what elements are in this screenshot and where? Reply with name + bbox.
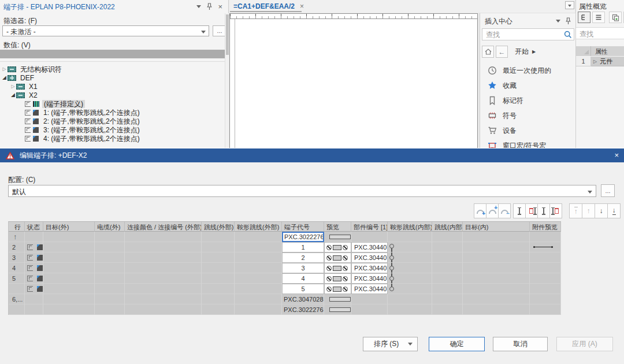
copy-button[interactable] xyxy=(609,12,622,23)
search-input[interactable]: 查找 xyxy=(576,27,624,39)
table-row[interactable]: 32PXC.3044076 xyxy=(9,252,561,263)
panel-menu-caret-icon[interactable] xyxy=(556,20,560,25)
search-input[interactable] xyxy=(482,28,574,40)
terminal-code-cell[interactable]: 5 xyxy=(282,284,324,294)
tree-item[interactable]: ▷X1 xyxy=(0,82,223,91)
property-column-header[interactable]: 属性 xyxy=(591,46,624,56)
ok-button[interactable]: 确定 xyxy=(429,337,485,351)
schematic-canvas[interactable] xyxy=(229,13,478,148)
table-row[interactable]: 6,...PXC.3047028 xyxy=(9,294,561,304)
back-button[interactable]: ← xyxy=(496,46,508,58)
part-number-cell[interactable]: PXC.3044076 xyxy=(351,242,388,252)
insert-center-item[interactable]: 收藏 xyxy=(480,78,575,93)
tree-expanded-icon[interactable]: ◢ xyxy=(10,91,16,99)
table-row[interactable]: 43PXC.3044076 xyxy=(9,263,561,273)
cancel-button[interactable]: 取消 xyxy=(493,337,548,351)
value-input[interactable] xyxy=(0,50,225,58)
part-number-cell[interactable]: PXC.3044076 xyxy=(351,273,388,284)
column-header[interactable]: 电缆(外) xyxy=(95,222,125,232)
home-button[interactable] xyxy=(482,46,494,58)
column-header[interactable]: 鞍形跳线(外部) xyxy=(235,222,282,232)
column-header[interactable]: 连接颜色 / 连接编号 (外部) xyxy=(125,222,202,232)
insert-jumper-after-button[interactable] xyxy=(537,203,550,218)
scrollbar-thumb[interactable] xyxy=(226,14,229,55)
tab-close-icon[interactable]: × xyxy=(300,2,304,10)
vertical-scrollbar[interactable] xyxy=(225,13,229,148)
part-number-cell[interactable]: PXC.3044076 xyxy=(351,284,388,294)
table-row[interactable]: ↑PXC.3022276 xyxy=(9,232,561,242)
column-header[interactable]: 附件预览 xyxy=(530,222,561,232)
terminal-code-cell[interactable]: 4 xyxy=(282,273,324,284)
move-up-button[interactable]: ↑ xyxy=(582,203,595,218)
table-corner-cell[interactable] xyxy=(576,46,591,56)
apply-button[interactable]: 应用 (A) xyxy=(556,337,613,351)
column-header[interactable]: 目标(外) xyxy=(43,222,95,232)
terminal-code-cell[interactable]: 2 xyxy=(282,252,324,263)
insert-center-item[interactable]: 符号 xyxy=(480,108,575,123)
tree-expanded-icon[interactable]: ◢ xyxy=(1,73,8,82)
sort-button[interactable]: 排序 (S) xyxy=(363,337,418,351)
filter-dropdown[interactable]: - 未激活 - xyxy=(2,25,209,36)
table-row[interactable]: 5PXC.3044076 xyxy=(9,284,561,294)
column-header[interactable]: 部件编号 [1] xyxy=(351,222,388,232)
move-to-bottom-button[interactable]: ↓ xyxy=(607,203,621,218)
part-number-cell[interactable] xyxy=(351,294,388,304)
pin-icon[interactable] xyxy=(566,17,571,25)
expander-icon[interactable]: ▷ xyxy=(593,59,597,64)
tree-item[interactable]: 1: (端子,带鞍形跳线,2个连接点) xyxy=(0,108,223,117)
property-row[interactable]: 1 ▷ 元件 xyxy=(576,57,624,66)
insert-center-item[interactable]: 最近一次使用的 xyxy=(480,63,575,78)
insert-center-item[interactable]: 标记符 xyxy=(480,93,575,108)
move-to-top-button[interactable]: ↑ xyxy=(569,203,582,218)
terminal-code-cell[interactable]: PXC.3022276 xyxy=(282,304,324,315)
property-cell[interactable]: ▷ 元件 xyxy=(591,57,624,66)
tab-list-button[interactable] xyxy=(565,1,574,9)
tab-schematic-page[interactable]: =CA1+DEF&EAA/2 × xyxy=(231,1,307,11)
tree-item[interactable]: ▷无结构标识符 xyxy=(0,65,223,73)
dialog-close-icon[interactable]: × xyxy=(614,151,619,159)
insert-center-item[interactable]: 设备 xyxy=(480,123,575,138)
terminal-code-cell[interactable]: 1 xyxy=(282,242,324,252)
tree-view-button[interactable] xyxy=(578,12,590,23)
tree-collapsed-icon[interactable]: ▷ xyxy=(1,65,8,73)
terminal-code-cell[interactable]: 3 xyxy=(282,263,324,273)
part-number-cell[interactable] xyxy=(351,232,388,242)
pin-icon[interactable] xyxy=(207,3,212,10)
list-view-button[interactable] xyxy=(592,12,605,23)
table-row[interactable]: 21PXC.3044076 xyxy=(9,242,561,252)
column-header[interactable]: 状态 xyxy=(25,222,43,232)
part-number-cell[interactable]: PXC.3044076 xyxy=(351,252,388,263)
insert-terminal-button[interactable]: + xyxy=(486,203,499,218)
table-row[interactable]: PXC.3022276 xyxy=(9,304,561,315)
config-dropdown[interactable]: 默认 xyxy=(8,185,596,197)
tree-item[interactable]: ◢X2 xyxy=(0,91,223,99)
table-row[interactable]: 54PXC.3044076 xyxy=(9,273,561,284)
panel-menu-caret-icon[interactable] xyxy=(196,5,201,10)
column-header[interactable]: 跳线(内部) xyxy=(432,222,463,232)
column-header[interactable]: 预览 xyxy=(324,222,351,232)
delete-jumper-after-button[interactable] xyxy=(549,203,562,218)
terminal-code-cell[interactable]: PXC.3022276 xyxy=(282,232,324,242)
part-number-cell[interactable]: PXC.3044076 xyxy=(351,263,388,273)
close-icon[interactable]: × xyxy=(218,3,222,10)
add-terminal-button[interactable]: + xyxy=(474,203,486,218)
search-icon[interactable] xyxy=(564,31,572,39)
tree-item[interactable]: (端子排定义) xyxy=(0,99,223,108)
tree-item[interactable]: 3: (端子,带鞍形跳线,2个连接点) xyxy=(0,125,223,134)
column-header[interactable]: 目标(内) xyxy=(463,222,530,232)
column-header[interactable]: 跳线(外部) xyxy=(202,222,235,232)
tree-collapsed-icon[interactable]: ▷ xyxy=(10,82,16,91)
delete-jumper-before-button[interactable] xyxy=(525,203,538,218)
column-header[interactable]: 行 xyxy=(9,222,25,232)
column-header[interactable]: 鞍形跳线(内部) xyxy=(388,222,432,232)
breadcrumb[interactable]: 开始 ▶ xyxy=(515,47,536,57)
insert-jumper-button[interactable] xyxy=(513,203,526,218)
tree-item[interactable]: 4: (端子,带鞍形跳线,2个连接点) xyxy=(0,134,223,143)
config-more-button[interactable]: ... xyxy=(601,184,615,197)
tree-item[interactable]: 2: (端子,带鞍形跳线,2个连接点) xyxy=(0,117,223,125)
tree-item[interactable]: ◢DEF xyxy=(0,73,223,82)
column-header[interactable]: 端子代号 xyxy=(282,222,324,232)
terminal-code-cell[interactable]: PXC.3047028 xyxy=(282,294,324,304)
move-down-button[interactable]: ↓ xyxy=(595,203,608,218)
remove-terminal-button[interactable]: − xyxy=(498,203,511,218)
